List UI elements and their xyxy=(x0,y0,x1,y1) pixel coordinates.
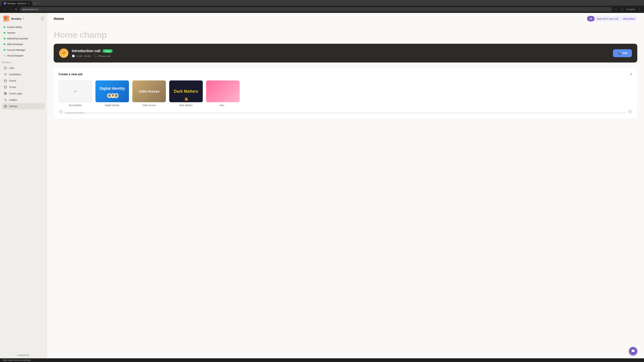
template-label: Dark Matters xyxy=(169,104,203,107)
close-create-job-button[interactable]: ✕ xyxy=(630,72,632,76)
url-display: app.homerun.co xyxy=(22,8,38,10)
browser-tabs: Moodjoy · Homerun ✕ + xyxy=(0,0,644,6)
sidebar-item-insights[interactable]: Insights xyxy=(2,97,45,103)
sidebar-item-settings[interactable]: Settings xyxy=(2,103,45,109)
forward-button[interactable]: → xyxy=(8,7,13,11)
job-name: Teacher xyxy=(7,31,16,34)
intro-call-type: 📞 Phone call xyxy=(94,54,110,57)
tab-title: Moodjoy · Homerun xyxy=(8,2,26,5)
chat-button[interactable] xyxy=(629,347,637,355)
sidebar-item-candidates[interactable]: Candidates xyxy=(2,71,45,78)
todos-nav-label: To-dos xyxy=(9,86,16,88)
status-bar: https://app.homerun.co/settings xyxy=(0,358,644,362)
scroll-right-button[interactable]: › xyxy=(628,109,632,114)
job-list: Content Writer Teacher Marketing Associa… xyxy=(0,24,47,58)
svg-rect-6 xyxy=(4,86,6,88)
call-icon: 📞 xyxy=(618,52,621,55)
create-job-card: Create a new job ✕ + No template xyxy=(54,67,637,119)
events-nav-label: Events xyxy=(9,79,16,82)
candidates-nav-label: Candidates xyxy=(9,73,21,76)
job-status-dot xyxy=(4,43,5,45)
main-area: Home 14 Days left in your trial View pla… xyxy=(47,13,644,358)
create-job-header: Create a new job ✕ xyxy=(58,72,632,76)
address-bar[interactable]: app.homerun.co xyxy=(20,7,612,11)
scroll-left-button[interactable]: ‹ xyxy=(58,109,63,114)
template-label: No template xyxy=(58,104,92,107)
new-tab-button[interactable]: + xyxy=(33,2,37,5)
job-status-dot xyxy=(4,55,5,56)
intro-info: Introduction call Today 🕐 23:45 - 00:00 … xyxy=(72,49,610,57)
chart-icon xyxy=(4,98,7,102)
homerun-logo: HOMERUN xyxy=(0,352,47,358)
company-name-label: Moodjoy xyxy=(11,17,22,20)
company-logo: 🎭 xyxy=(3,15,10,22)
phone-icon: 📞 xyxy=(94,54,97,57)
svg-point-1 xyxy=(5,73,6,74)
sidebar-item-todos[interactable]: To-dos xyxy=(2,84,45,90)
globe-icon xyxy=(4,92,7,95)
template-dark-matters[interactable]: Dark Matters 🧑‍🎤 Dark Matters xyxy=(169,80,203,107)
sidebar-scroll: Content Writer Teacher Marketing Associa… xyxy=(0,24,47,352)
digital-identity-text: Digital Identity xyxy=(98,85,126,92)
job-name: Web Developer xyxy=(7,43,23,45)
template-digital-identity[interactable]: Digital Identity 👩 👨 👩 Digital Identity xyxy=(96,80,129,107)
template-no-template[interactable]: + No template xyxy=(58,80,92,107)
reload-button[interactable]: ↻ xyxy=(14,7,18,11)
company-chevron-icon: ▾ xyxy=(23,17,24,20)
menu-button[interactable]: ⋮ xyxy=(636,7,642,11)
svg-point-9 xyxy=(5,106,6,107)
jobs-nav-label: Jobs xyxy=(9,67,14,69)
job-name: Content Writer xyxy=(7,26,22,28)
briefcase-icon xyxy=(4,66,7,70)
scrollbar-track xyxy=(64,110,626,113)
job-item-web-developer[interactable]: Web Developer xyxy=(2,41,45,47)
topbar: Home 14 Days left in your trial View pla… xyxy=(47,13,644,25)
rac-thumb xyxy=(206,80,240,102)
template-calm-access[interactable]: Calm Access Calm Access xyxy=(132,80,166,107)
sidebar-section: Moodjoy ▾ xyxy=(0,58,47,64)
job-item-content-writer[interactable]: Content Writer xyxy=(2,24,45,30)
sidebar-item-events[interactable]: Events xyxy=(2,78,45,84)
view-plans-link[interactable]: View plans xyxy=(620,16,637,21)
active-tab[interactable]: Moodjoy · Homerun ✕ xyxy=(1,1,32,6)
back-button[interactable]: ← xyxy=(2,7,7,11)
intro-call-card: 🤗 Introduction call Today 🕐 23:45 - 00:0… xyxy=(54,44,637,62)
sidebar-item-jobs[interactable]: Jobs xyxy=(2,65,45,71)
company-selector[interactable]: 🎭 Moodjoy ▾ xyxy=(3,15,24,22)
nav-items: Jobs Candidates Events xyxy=(0,64,47,110)
tab-favicon xyxy=(4,2,6,4)
job-item-visual-designer[interactable]: Visual Designer xyxy=(2,53,45,58)
bookmark-button[interactable]: ☆ xyxy=(614,7,618,11)
trial-text: Days left in your trial xyxy=(594,16,620,21)
template-rac[interactable]: Rac... xyxy=(206,80,240,107)
check-icon xyxy=(4,85,7,89)
job-item-teacher[interactable]: Teacher xyxy=(2,30,45,36)
trial-count: 14 xyxy=(587,16,594,21)
create-job-title: Create a new job xyxy=(58,72,82,76)
sidebar-item-career-page[interactable]: Career page xyxy=(2,90,45,97)
ghost-title: Home champ xyxy=(54,30,637,40)
job-item-marketing-associate[interactable]: Marketing Associate xyxy=(2,36,45,41)
settings-nav-label: Settings xyxy=(9,105,18,108)
digital-identity-thumb: Digital Identity 👩 👨 👩 xyxy=(96,80,129,102)
tab-close-button[interactable]: ✕ xyxy=(28,2,30,5)
template-label: Calm Access xyxy=(132,104,166,107)
scrollbar-thumb[interactable] xyxy=(64,112,85,113)
job-item-account-manager[interactable]: Account Manager xyxy=(2,47,45,53)
scrollbar xyxy=(64,112,626,113)
status-url: https://app.homerun.co/settings xyxy=(3,359,31,361)
call-button[interactable]: 📞 Call xyxy=(613,49,632,57)
extension-button[interactable]: ⬚ xyxy=(620,7,625,11)
trial-badge: 14 Days left in your trial View plans xyxy=(587,16,637,21)
sidebar-collapse-button[interactable]: « xyxy=(41,17,44,20)
template-scroll-controls: ‹ › xyxy=(58,109,632,114)
job-name: Marketing Associate xyxy=(7,37,28,40)
no-template-thumb: + xyxy=(58,80,92,102)
intro-time: 🕐 23:45 - 00:00 xyxy=(72,54,91,57)
job-name: Visual Designer xyxy=(7,54,24,57)
templates-row: + No template Digital Identity 👩 👨 xyxy=(58,80,632,107)
intro-title: Introduction call xyxy=(72,49,100,53)
section-chevron-icon: ▾ xyxy=(10,61,12,63)
dark-matters-thumb: Dark Matters 🧑‍🎤 xyxy=(169,80,203,102)
plus-icon: + xyxy=(74,88,77,95)
